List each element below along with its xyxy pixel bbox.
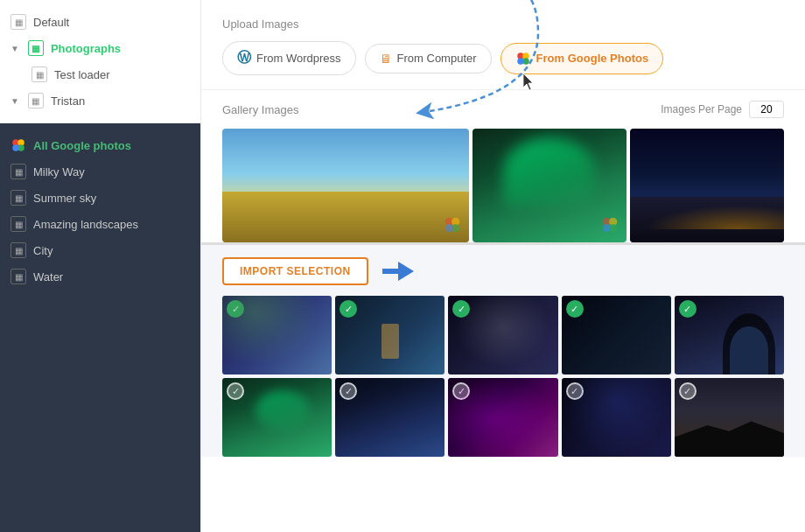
sidebar-item-all-google[interactable]: All Google photos bbox=[0, 132, 200, 158]
photo-cell-2-4[interactable]: ✓ bbox=[562, 378, 671, 457]
upload-title: Upload Images bbox=[222, 18, 784, 31]
gallery-image-field[interactable] bbox=[222, 129, 469, 242]
watermark-icon2 bbox=[600, 215, 620, 234]
watermark-icon bbox=[443, 215, 462, 234]
gallery-image-mountain[interactable] bbox=[630, 129, 784, 242]
summer-sky-icon: ▦ bbox=[10, 190, 26, 206]
from-computer-button[interactable]: 🖥 From Computer bbox=[365, 44, 492, 74]
check-badge-2-1: ✓ bbox=[227, 382, 244, 400]
sidebar-item-default[interactable]: ▦ Default bbox=[0, 9, 200, 35]
gallery-wrapper: Gallery Images Images Per Page bbox=[201, 90, 805, 242]
photo-cell-1-2[interactable]: ✓ bbox=[335, 296, 444, 374]
gallery-section: Gallery Images Images Per Page bbox=[201, 90, 805, 242]
amazing-icon: ▦ bbox=[10, 216, 26, 232]
sidebar-label-default: Default bbox=[33, 16, 69, 29]
photo-cell-1-3[interactable]: ✓ bbox=[448, 296, 557, 374]
photo-grid-row-1: ✓ ✓ ✓ ✓ ✓ bbox=[222, 296, 784, 374]
check-badge-1-4: ✓ bbox=[566, 300, 584, 318]
svg-point-3 bbox=[12, 144, 19, 151]
photo-grid-row-2: ✓ ✓ ✓ ✓ ✓ bbox=[222, 378, 784, 457]
sidebar-item-test-loader[interactable]: ▦ Test loader bbox=[0, 61, 200, 88]
gallery-header: Gallery Images Images Per Page bbox=[222, 101, 784, 118]
google-photos-btn-icon bbox=[515, 51, 531, 66]
google-photos-icon bbox=[10, 137, 26, 153]
sidebar-label-amazing: Amazing landscapes bbox=[33, 218, 138, 231]
gallery-title: Gallery Images bbox=[222, 103, 298, 116]
sidebar-item-summer-sky[interactable]: ▦ Summer sky bbox=[0, 185, 200, 211]
photographs-icon: ▦ bbox=[28, 40, 44, 56]
photo-cell-1-4[interactable]: ✓ bbox=[562, 296, 671, 374]
chevron-right-icon: ▼ bbox=[10, 96, 19, 106]
main-content: Upload Images Ⓦ From Wordpress 🖥 From Co… bbox=[201, 0, 805, 532]
sidebar-label-summer-sky: Summer sky bbox=[33, 192, 96, 205]
sidebar-label-test-loader: Test loader bbox=[54, 68, 110, 81]
check-badge-1-5: ✓ bbox=[679, 300, 696, 318]
test-loader-icon: ▦ bbox=[32, 66, 47, 82]
chevron-down-icon: ▼ bbox=[10, 44, 19, 53]
sidebar-item-water[interactable]: ▦ Water bbox=[0, 263, 200, 290]
gallery-image-aurora[interactable] bbox=[472, 129, 626, 242]
check-badge-2-2: ✓ bbox=[340, 382, 357, 400]
photo-cell-1-5[interactable]: ✓ bbox=[675, 296, 784, 374]
computer-icon: 🖥 bbox=[380, 52, 392, 66]
gallery-top-row bbox=[222, 129, 784, 242]
sidebar-label-all-google: All Google photos bbox=[33, 139, 131, 152]
sidebar-label-tristan: Tristan bbox=[51, 94, 85, 108]
sidebar-item-tristan[interactable]: ▼ ▦ Tristan bbox=[0, 88, 200, 114]
per-page-label: Images Per Page bbox=[661, 103, 742, 116]
wordpress-icon: Ⓦ bbox=[237, 49, 251, 67]
svg-point-15 bbox=[603, 224, 611, 232]
check-badge-2-5: ✓ bbox=[679, 382, 696, 400]
sidebar-label-milky-way: Milky Way bbox=[33, 165, 85, 178]
sidebar-item-amazing[interactable]: ▦ Amazing landscapes bbox=[0, 211, 200, 237]
sidebar-top: ▦ Default ▼ ▦ Photographs ▦ Test loader … bbox=[0, 0, 200, 123]
photo-cell-1-1[interactable]: ✓ bbox=[222, 296, 332, 374]
tristan-icon: ▦ bbox=[28, 93, 44, 108]
photo-cell-2-5[interactable]: ✓ bbox=[675, 378, 784, 457]
from-google-button[interactable]: From Google Photos bbox=[500, 43, 664, 74]
import-row: IMPORT SELECTION bbox=[222, 257, 784, 285]
google-label: From Google Photos bbox=[536, 52, 649, 65]
city-icon: ▦ bbox=[10, 242, 26, 258]
sidebar-label-water: Water bbox=[33, 270, 63, 284]
default-icon: ▦ bbox=[10, 14, 26, 30]
per-page-input[interactable] bbox=[749, 101, 784, 118]
from-wordpress-button[interactable]: Ⓦ From Wordpress bbox=[222, 41, 356, 75]
svg-point-7 bbox=[517, 58, 524, 65]
bottom-panel: IMPORT SELECTION ✓ ✓ ✓ ✓ bbox=[201, 242, 805, 457]
wordpress-label: From Wordpress bbox=[256, 52, 341, 65]
sidebar-item-city[interactable]: ▦ City bbox=[0, 237, 200, 263]
upload-buttons: Ⓦ From Wordpress 🖥 From Computer From Go… bbox=[222, 41, 784, 75]
sidebar-item-milky-way[interactable]: ▦ Milky Way bbox=[0, 158, 200, 185]
milky-way-icon: ▦ bbox=[10, 164, 26, 179]
import-selection-button[interactable]: IMPORT SELECTION bbox=[222, 257, 368, 285]
sidebar-label-city: City bbox=[33, 244, 52, 257]
check-badge-1-2: ✓ bbox=[340, 300, 357, 318]
photo-cell-2-2[interactable]: ✓ bbox=[335, 378, 444, 457]
photo-cell-2-1[interactable]: ✓ bbox=[222, 378, 332, 457]
computer-label: From Computer bbox=[397, 52, 477, 65]
import-label: IMPORT SELECTION bbox=[240, 265, 351, 277]
svg-marker-17 bbox=[382, 262, 414, 281]
photo-cell-2-3[interactable]: ✓ bbox=[448, 378, 557, 457]
sidebar-item-photographs[interactable]: ▼ ▦ Photographs bbox=[0, 35, 200, 61]
sidebar-label-photographs: Photographs bbox=[51, 42, 121, 55]
upload-section: Upload Images Ⓦ From Wordpress 🖥 From Co… bbox=[201, 0, 805, 90]
sidebar: ▦ Default ▼ ▦ Photographs ▦ Test loader … bbox=[0, 0, 201, 532]
sidebar-bottom: All Google photos ▦ Milky Way ▦ Summer s… bbox=[0, 123, 200, 532]
per-page-container: Images Per Page bbox=[661, 101, 784, 118]
svg-point-11 bbox=[445, 224, 453, 232]
import-arrow-icon bbox=[382, 262, 414, 281]
water-icon: ▦ bbox=[10, 269, 26, 284]
